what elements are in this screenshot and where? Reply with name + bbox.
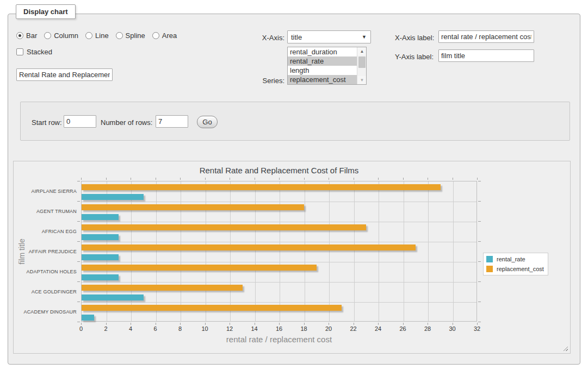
x-axis-tick-mark — [255, 178, 255, 180]
y-axis-label-input[interactable] — [438, 49, 534, 62]
y-axis-tick-mark — [478, 201, 481, 202]
x-axis-select[interactable]: title ▼ — [287, 30, 371, 43]
gridline-vertical — [305, 181, 305, 321]
x-axis-tick-label: 4 — [120, 325, 141, 332]
y-axis-tick-mark — [478, 181, 481, 181]
y-axis-tick-mark — [478, 241, 481, 242]
series-option-length[interactable]: length — [288, 66, 357, 75]
x-axis-tick-mark — [304, 178, 305, 180]
radio-label: Spline — [126, 32, 145, 40]
x-axis-title: rental rate / replacement cost — [81, 335, 477, 344]
gridline-horizontal — [82, 302, 476, 303]
radio-icon[interactable] — [85, 32, 92, 39]
chart-legend: rental_ratereplacement_cost — [483, 253, 548, 275]
y-axis-tick-mark — [77, 302, 80, 302]
row-controls-box: Start row: Number of rows: Go — [20, 102, 570, 141]
gridline-vertical — [354, 181, 355, 321]
bar-replacement_cost — [82, 265, 317, 271]
chart-type-bar[interactable]: Bar — [16, 32, 37, 40]
series-listbox[interactable]: rental_durationrental_ratelengthreplacem… — [287, 47, 367, 85]
chart-title-input[interactable] — [16, 68, 113, 81]
x-axis-tick-mark — [279, 323, 280, 325]
scroll-down-icon[interactable]: ▼ — [357, 76, 367, 84]
legend-item: rental_rate — [486, 256, 544, 262]
gridline-vertical — [230, 181, 231, 321]
x-axis-tick-label: 12 — [219, 325, 240, 332]
radio-label: Line — [95, 32, 109, 40]
radio-icon[interactable] — [116, 32, 123, 39]
bar-rental_rate — [82, 274, 119, 280]
chart-type-column[interactable]: Column — [44, 32, 78, 40]
x-axis-tick-label: 24 — [367, 325, 389, 332]
x-axis-tick-mark — [453, 178, 453, 180]
radio-icon[interactable] — [16, 32, 23, 39]
scroll-up-icon[interactable]: ▲ — [357, 47, 367, 55]
x-axis-tick-label: 20 — [318, 325, 339, 332]
x-axis-tick-label: 0 — [70, 325, 92, 332]
x-axis-tick-mark — [156, 178, 156, 180]
x-axis-tick-mark — [378, 178, 379, 180]
radio-icon[interactable] — [152, 32, 159, 39]
gridline-horizontal — [82, 282, 476, 283]
x-axis-tick-mark — [106, 178, 107, 180]
gridline-vertical — [329, 181, 330, 321]
listbox-scrollbar[interactable]: ▲ ▼ — [357, 47, 366, 84]
x-axis-label-input[interactable] — [438, 30, 534, 43]
x-axis-tick-mark — [279, 178, 280, 180]
gridline-vertical — [156, 181, 157, 321]
go-button[interactable]: Go — [197, 116, 218, 128]
y-axis-tick-mark — [478, 322, 481, 322]
stacked-checkbox[interactable] — [16, 48, 23, 55]
y-axis-tick-mark — [77, 322, 80, 322]
x-axis-tick-mark — [477, 178, 478, 180]
start-row-input[interactable] — [64, 115, 96, 128]
radio-label: Column — [54, 32, 78, 40]
bar-rental_rate — [82, 315, 94, 321]
gridline-horizontal — [82, 242, 476, 242]
num-rows-input[interactable] — [156, 115, 188, 128]
x-axis-tick-mark — [255, 323, 255, 325]
x-axis-tick-mark — [205, 323, 206, 325]
gridline-vertical — [379, 181, 379, 321]
x-axis-tick-label: 26 — [392, 325, 414, 332]
series-options: rental_durationrental_ratelengthreplacem… — [288, 47, 357, 84]
x-axis-tick-label: 30 — [442, 325, 463, 332]
legend-item: replacement_cost — [486, 266, 544, 272]
chart-type-area[interactable]: Area — [152, 32, 177, 40]
bar-rental_rate — [82, 294, 144, 300]
x-axis-tick-mark — [403, 323, 404, 325]
stacked-option[interactable]: Stacked — [16, 48, 52, 56]
fieldset-legend: Display chart — [16, 4, 76, 19]
x-axis-tick-mark — [131, 323, 131, 325]
x-axis-tick-mark — [354, 323, 354, 325]
bar-rental_rate — [82, 214, 119, 220]
gridline-vertical — [206, 181, 206, 321]
y-axis-tick-mark — [77, 221, 80, 222]
gridline-horizontal — [82, 222, 476, 222]
series-listbox-label: Series: — [247, 77, 284, 85]
resize-handle-icon[interactable] — [562, 345, 568, 351]
gridline-vertical — [280, 181, 280, 321]
chart-type-spline[interactable]: Spline — [116, 32, 145, 40]
start-row-label: Start row: — [32, 118, 62, 127]
x-axis-tick-label: 8 — [169, 325, 191, 332]
gridline-vertical — [404, 181, 404, 321]
x-axis-select-label: X-Axis: — [247, 34, 284, 42]
bar-replacement_cost — [82, 305, 342, 311]
series-option-rental_rate[interactable]: rental_rate — [288, 57, 357, 66]
y-axis-tick-mark — [77, 261, 80, 262]
chart-type-line[interactable]: Line — [85, 32, 109, 40]
radio-icon[interactable] — [44, 32, 51, 39]
x-axis-tick-mark — [131, 178, 131, 180]
scrollbar-thumb[interactable] — [358, 57, 366, 68]
x-axis-tick-label: 22 — [343, 325, 364, 332]
radio-label: Bar — [26, 32, 37, 40]
series-option-rental_duration[interactable]: rental_duration — [288, 47, 357, 57]
series-option-replacement_cost[interactable]: replacement_cost — [288, 75, 357, 84]
category-label: AGENT TRUMAN — [14, 209, 77, 214]
x-axis-tick-label: 16 — [268, 325, 290, 332]
bar-replacement_cost — [82, 204, 304, 210]
y-axis-title: film title — [17, 222, 26, 281]
y-axis-tick-mark — [77, 281, 80, 282]
x-axis-tick-label: 2 — [95, 325, 117, 332]
